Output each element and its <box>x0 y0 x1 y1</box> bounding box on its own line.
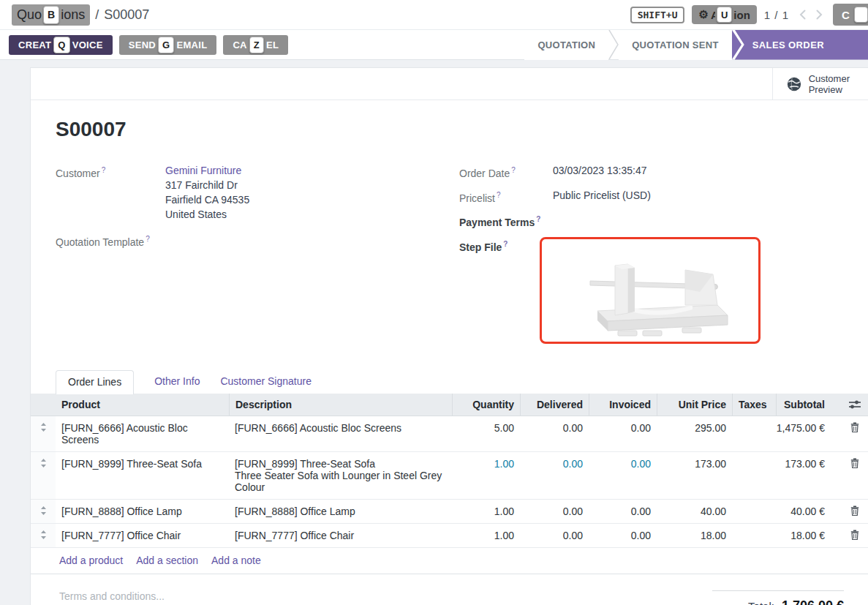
pager-counter: 1 / 1 <box>764 9 789 21</box>
cell-quantity[interactable]: 1.00 <box>452 500 520 523</box>
add-a-note-link[interactable]: Add a note <box>211 555 261 566</box>
cell-unit-price[interactable]: 40.00 <box>657 500 732 523</box>
cell-quantity[interactable]: 1.00 <box>452 524 520 547</box>
pager-next-button[interactable] <box>812 7 826 22</box>
drag-handle[interactable] <box>40 458 47 468</box>
cell-delivered[interactable]: 0.00 <box>520 500 589 523</box>
trash-icon <box>850 422 859 432</box>
cell-delivered[interactable]: 0.00 <box>520 452 589 499</box>
delete-row-button[interactable] <box>850 530 859 540</box>
chevron-left-icon <box>798 9 808 20</box>
delete-row-button[interactable] <box>850 422 859 432</box>
shortcut-key-overlay-u: U <box>717 7 732 23</box>
column-header-invoiced[interactable]: Invoiced <box>589 394 657 416</box>
delete-row-button[interactable] <box>850 458 859 468</box>
field-column-left: Customer? Gemini Furniture 317 Fairchild… <box>56 163 459 351</box>
status-step-quotation-sent[interactable]: QUOTATION SENT <box>619 30 732 60</box>
cell-taxes[interactable] <box>732 524 776 547</box>
help-icon: ? <box>503 240 507 248</box>
cell-delivered[interactable]: 0.00 <box>520 416 589 451</box>
topbar-controls: SHIFT+U ⚙ A U ion 1 / 1 C <box>630 4 858 26</box>
tab-other-info[interactable]: Other Info <box>154 370 200 394</box>
delete-row-button[interactable] <box>850 506 859 516</box>
field-grid: Customer? Gemini Furniture 317 Fairchild… <box>56 163 868 351</box>
terms-and-conditions-field[interactable]: Terms and conditions... <box>59 590 165 605</box>
customer-link[interactable]: Gemini Furniture <box>165 165 241 176</box>
cell-invoiced[interactable]: 0.00 <box>589 452 657 499</box>
create-invoice-button[interactable]: CREAT Q VOICE <box>9 35 113 55</box>
cell-description[interactable]: [FURN_7777] Office Chair <box>229 524 452 547</box>
sheet-body: S00007 Customer? Gemini Furniture 317 Fa… <box>31 100 868 605</box>
breadcrumb: Quo B ions / S00007 <box>12 4 149 26</box>
cell-taxes[interactable] <box>732 452 776 499</box>
table-row: [FURN_8999] Three-Seat Sofa [FURN_8999] … <box>31 452 868 500</box>
status-step-quotation[interactable]: QUOTATION <box>524 30 608 60</box>
cell-delivered[interactable]: 0.00 <box>520 524 589 547</box>
column-header-description[interactable]: Description <box>229 394 452 416</box>
record-title: S00007 <box>56 118 868 141</box>
column-header-subtotal[interactable]: Subtotal <box>776 394 831 416</box>
add-a-product-link[interactable]: Add a product <box>59 555 123 566</box>
row-handle-cell <box>31 416 56 451</box>
field-customer: Customer? Gemini Furniture 317 Fairchild… <box>56 163 459 222</box>
action-label-suffix: ion <box>733 9 750 21</box>
corner-cutoff-button[interactable]: C <box>833 4 868 26</box>
cell-unit-price[interactable]: 18.00 <box>657 524 732 547</box>
cell-quantity[interactable]: 5.00 <box>452 416 520 451</box>
pager-previous-button[interactable] <box>796 7 809 22</box>
create-invoice-label-suffix: VOICE <box>72 40 103 50</box>
customer-preview-button[interactable]: Customer Preview <box>772 68 868 99</box>
add-a-section-link[interactable]: Add a section <box>136 555 198 566</box>
cell-invoiced[interactable]: 0.00 <box>589 524 657 547</box>
pricelist-label: Pricelist? <box>459 188 553 206</box>
step-file-image-frame[interactable] <box>540 237 761 344</box>
cell-invoiced[interactable]: 0.00 <box>589 416 657 451</box>
action-menu-button[interactable]: ⚙ A U ion <box>692 5 756 24</box>
tab-customer-signature[interactable]: Customer Signature <box>220 370 312 394</box>
cell-description[interactable]: [FURN_8888] Office Lamp <box>229 500 452 523</box>
sheet-top-strip: Customer Preview <box>31 68 868 100</box>
status-step-sales-order[interactable]: SALES ORDER <box>735 30 868 60</box>
tab-order-lines[interactable]: Order Lines <box>56 370 134 394</box>
table-header-row: Product Description Quantity Delivered I… <box>31 394 868 416</box>
cancel-button[interactable]: CA Z EL <box>223 35 288 55</box>
cell-description[interactable]: [FURN_6666] Acoustic Bloc Screens <box>229 416 452 451</box>
cell-taxes[interactable] <box>732 500 776 523</box>
cell-description[interactable]: [FURN_8999] Three-Seat Sofa Three Seater… <box>229 452 452 499</box>
column-header-taxes[interactable]: Taxes <box>732 394 776 416</box>
trash-icon <box>850 506 859 516</box>
optional-columns-header-cell <box>831 394 868 416</box>
pricelist-value[interactable]: Public Pricelist (USD) <box>553 188 651 206</box>
drag-handle[interactable] <box>40 530 47 540</box>
send-email-button[interactable]: SEND G EMAIL <box>119 35 217 55</box>
sheet-footer: Terms and conditions... Total: 1,706.00 … <box>59 590 868 605</box>
column-header-delivered[interactable]: Delivered <box>520 394 589 416</box>
breadcrumb-parent-link[interactable]: Quo B ions <box>12 4 90 26</box>
optional-columns-button[interactable] <box>848 399 861 410</box>
breadcrumb-bar: Quo B ions / S00007 SHIFT+U ⚙ A U ion 1 … <box>0 0 868 30</box>
cell-product[interactable]: [FURN_8999] Three-Seat Sofa <box>56 452 229 499</box>
action-label-prefix: A <box>711 9 715 21</box>
cell-product[interactable]: [FURN_8888] Office Lamp <box>56 500 229 523</box>
drag-handle-icon <box>40 458 47 468</box>
column-header-unit-price[interactable]: Unit Price <box>657 394 732 416</box>
cell-taxes[interactable] <box>732 416 776 451</box>
cell-unit-price[interactable]: 295.00 <box>657 416 732 451</box>
breadcrumb-parent-suffix: ions <box>61 7 85 23</box>
row-actions-cell <box>831 416 868 451</box>
column-header-quantity[interactable]: Quantity <box>452 394 520 416</box>
help-icon: ? <box>536 215 540 223</box>
form-sheet: Customer Preview S00007 Customer? Gemini… <box>30 67 868 605</box>
cell-product[interactable]: [FURN_6666] Acoustic Bloc Screens <box>56 416 229 451</box>
cell-quantity[interactable]: 1.00 <box>452 452 520 499</box>
cell-unit-price[interactable]: 173.00 <box>657 452 732 499</box>
drag-handle[interactable] <box>40 422 47 432</box>
cell-product[interactable]: [FURN_7777] Office Chair <box>56 524 229 547</box>
customer-address: 317 Fairchild Dr Fairfield CA 94535 Unit… <box>165 178 249 222</box>
help-icon: ? <box>102 166 106 174</box>
create-invoice-label-prefix: CREAT <box>18 40 51 50</box>
order-date-value[interactable]: 03/03/2023 13:35:47 <box>553 163 646 181</box>
column-header-product[interactable]: Product <box>56 394 229 416</box>
drag-handle[interactable] <box>40 506 47 516</box>
cell-invoiced[interactable]: 0.00 <box>589 500 657 523</box>
